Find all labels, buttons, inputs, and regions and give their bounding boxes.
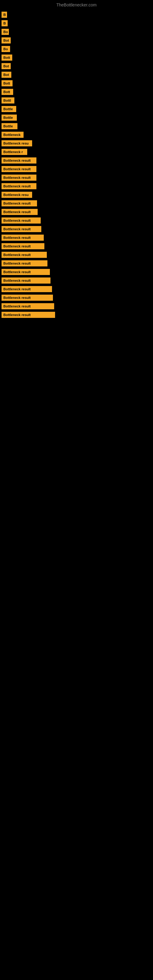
- list-item: Bottleneck result: [2, 200, 151, 207]
- list-item: Bottle: [2, 123, 151, 129]
- bottleneck-label: B: [2, 20, 8, 26]
- bottleneck-label: Bottleneck result: [2, 277, 51, 283]
- bottleneck-label: Bottleneck result: [2, 200, 37, 207]
- list-item: Bottleneck result: [2, 218, 151, 224]
- bottleneck-label: Bottleneck result: [2, 218, 41, 224]
- list-item: Bot: [2, 72, 151, 78]
- bottleneck-label: Bottleneck result: [2, 243, 45, 249]
- bottleneck-label: Bottleneck result: [2, 183, 37, 189]
- list-item: Bottleneck result: [2, 166, 151, 172]
- bottleneck-label: Bottleneck result: [2, 269, 50, 275]
- bottleneck-label: Bott: [2, 89, 13, 95]
- list-item: Bottleneck result: [2, 303, 151, 309]
- bottleneck-label: Bottleneck result: [2, 294, 53, 301]
- bottleneck-label: Bottleneck resu: [2, 192, 32, 198]
- list-item: Bottleneck resu: [2, 140, 151, 146]
- bottleneck-label: Bottle: [2, 115, 17, 121]
- list-item: Bottleneck resu: [2, 192, 151, 198]
- list-item: Bottleneck r: [2, 149, 151, 155]
- bottleneck-label: Bott: [2, 54, 12, 60]
- list-item: Bottle: [2, 106, 151, 112]
- list-item: Bott: [2, 54, 151, 60]
- list-item: Bottl: [2, 97, 151, 103]
- list-item: Bottleneck result: [2, 277, 151, 283]
- bottleneck-label: Bottle: [2, 123, 18, 129]
- bottleneck-label: Bott: [2, 80, 13, 86]
- items-container: BBBoBotBoBottBotBotBottBottBottlBottleBo…: [0, 9, 153, 323]
- bottleneck-label: Bottleneck result: [2, 235, 44, 241]
- bottleneck-label: Bot: [2, 72, 11, 78]
- list-item: B: [2, 20, 151, 26]
- list-item: Bo: [2, 29, 151, 35]
- list-item: Bottleneck result: [2, 294, 151, 301]
- bottleneck-label: Bo: [2, 46, 10, 52]
- bottleneck-label: Bot: [2, 37, 11, 43]
- bottleneck-label: Bottle: [2, 106, 16, 112]
- site-title: TheBottlenecker.com: [0, 0, 153, 9]
- list-item: Bottle: [2, 115, 151, 121]
- bottleneck-label: Bottleneck result: [2, 260, 48, 266]
- list-item: Bottleneck result: [2, 252, 151, 258]
- list-item: Bottleneck result: [2, 243, 151, 249]
- list-item: Bot: [2, 63, 151, 69]
- list-item: Bottleneck result: [2, 183, 151, 189]
- bottleneck-label: Bottleneck result: [2, 286, 52, 292]
- list-item: Bott: [2, 80, 151, 86]
- list-item: Bottleneck result: [2, 158, 151, 164]
- bottleneck-label: Bottleneck: [2, 132, 24, 138]
- list-item: Bottleneck result: [2, 175, 151, 181]
- list-item: Bott: [2, 89, 151, 95]
- list-item: Bottleneck: [2, 132, 151, 138]
- bottleneck-label: Bottleneck result: [2, 312, 55, 318]
- list-item: Bottleneck result: [2, 235, 151, 241]
- bottleneck-label: Bottleneck result: [2, 226, 41, 232]
- list-item: Bottleneck result: [2, 226, 151, 232]
- bottleneck-label: Bo: [2, 29, 9, 35]
- list-item: Bottleneck result: [2, 269, 151, 275]
- bottleneck-label: Bottleneck result: [2, 303, 54, 309]
- bottleneck-label: Bottleneck result: [2, 252, 47, 258]
- bottleneck-label: Bottleneck result: [2, 175, 37, 181]
- bottleneck-label: B: [2, 12, 7, 18]
- bottleneck-label: Bottleneck resu: [2, 140, 32, 146]
- bottleneck-label: Bottleneck result: [2, 166, 37, 172]
- list-item: Bottleneck result: [2, 260, 151, 266]
- bottleneck-label: Bot: [2, 63, 11, 69]
- bottleneck-label: Bottl: [2, 97, 14, 103]
- bottleneck-label: Bottleneck result: [2, 209, 38, 215]
- bottleneck-label: Bottleneck result: [2, 158, 37, 164]
- list-item: Bottleneck result: [2, 312, 151, 318]
- list-item: Bot: [2, 37, 151, 43]
- list-item: B: [2, 12, 151, 18]
- list-item: Bo: [2, 46, 151, 52]
- bottleneck-label: Bottleneck r: [2, 149, 27, 155]
- list-item: Bottleneck result: [2, 209, 151, 215]
- list-item: Bottleneck result: [2, 286, 151, 292]
